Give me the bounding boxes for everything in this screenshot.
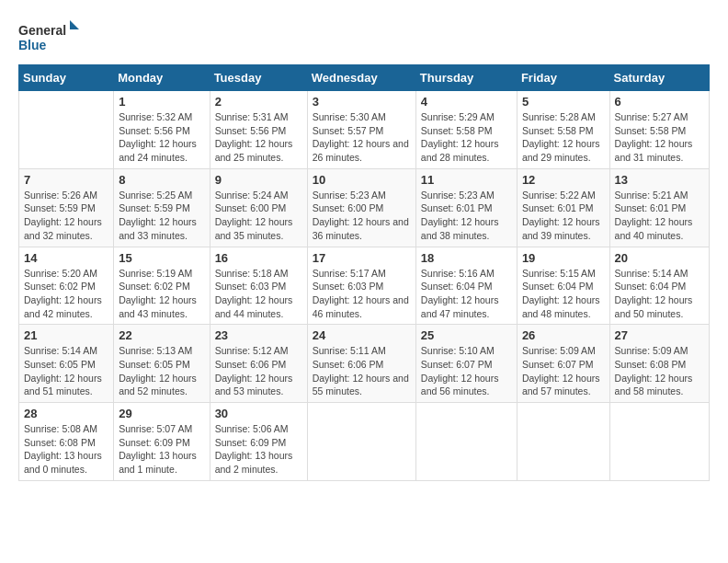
day-number: 29 bbox=[119, 407, 204, 420]
day-number: 21 bbox=[24, 328, 108, 342]
day-info: Sunrise: 5:23 AMSunset: 6:01 PMDaylight:… bbox=[421, 189, 512, 243]
calendar-week-4: 21Sunrise: 5:14 AMSunset: 6:05 PMDayligh… bbox=[19, 325, 710, 403]
day-number: 18 bbox=[421, 251, 512, 265]
day-info: Sunrise: 5:26 AMSunset: 5:59 PMDaylight:… bbox=[24, 189, 108, 243]
day-info: Sunrise: 5:07 AMSunset: 6:09 PMDaylight:… bbox=[119, 422, 204, 477]
calendar-week-1: 1Sunrise: 5:32 AMSunset: 5:56 PMDaylight… bbox=[19, 91, 710, 169]
calendar-week-3: 14Sunrise: 5:20 AMSunset: 6:02 PMDayligh… bbox=[19, 247, 710, 325]
day-number: 7 bbox=[24, 173, 108, 187]
day-info: Sunrise: 5:19 AMSunset: 6:02 PMDaylight:… bbox=[119, 267, 204, 321]
calendar-cell: 6Sunrise: 5:27 AMSunset: 5:58 PMDaylight… bbox=[609, 91, 709, 169]
day-number: 25 bbox=[421, 328, 512, 342]
calendar-cell: 27Sunrise: 5:09 AMSunset: 6:08 PMDayligh… bbox=[609, 325, 709, 403]
day-info: Sunrise: 5:20 AMSunset: 6:02 PMDaylight:… bbox=[24, 267, 108, 321]
calendar-cell: 9Sunrise: 5:24 AMSunset: 6:00 PMDaylight… bbox=[210, 168, 307, 247]
day-number: 13 bbox=[615, 173, 704, 187]
calendar-cell bbox=[517, 403, 609, 481]
calendar-cell: 16Sunrise: 5:18 AMSunset: 6:03 PMDayligh… bbox=[210, 247, 307, 325]
day-number: 16 bbox=[215, 251, 302, 265]
calendar-cell bbox=[415, 403, 517, 481]
day-number: 4 bbox=[421, 95, 512, 109]
day-info: Sunrise: 5:08 AMSunset: 6:08 PMDaylight:… bbox=[24, 422, 108, 477]
day-number: 9 bbox=[215, 173, 302, 187]
calendar-cell: 11Sunrise: 5:23 AMSunset: 6:01 PMDayligh… bbox=[415, 168, 517, 247]
calendar-cell: 26Sunrise: 5:09 AMSunset: 6:07 PMDayligh… bbox=[517, 325, 609, 403]
day-number: 19 bbox=[522, 251, 605, 265]
calendar-cell: 20Sunrise: 5:14 AMSunset: 6:04 PMDayligh… bbox=[609, 247, 709, 325]
day-info: Sunrise: 5:32 AMSunset: 5:56 PMDaylight:… bbox=[119, 110, 204, 165]
calendar-cell: 28Sunrise: 5:08 AMSunset: 6:08 PMDayligh… bbox=[19, 403, 114, 481]
day-info: Sunrise: 5:06 AMSunset: 6:09 PMDaylight:… bbox=[215, 422, 302, 477]
day-number: 5 bbox=[522, 95, 605, 109]
day-number: 26 bbox=[522, 328, 605, 342]
day-number: 14 bbox=[24, 251, 108, 265]
calendar-cell: 23Sunrise: 5:12 AMSunset: 6:06 PMDayligh… bbox=[210, 325, 307, 403]
calendar-cell bbox=[307, 403, 415, 481]
calendar-cell: 7Sunrise: 5:26 AMSunset: 5:59 PMDaylight… bbox=[19, 168, 114, 247]
column-header-saturday: Saturday bbox=[609, 65, 709, 91]
day-info: Sunrise: 5:27 AMSunset: 5:58 PMDaylight:… bbox=[615, 110, 704, 165]
svg-text:General: General bbox=[18, 23, 66, 38]
calendar-cell: 14Sunrise: 5:20 AMSunset: 6:02 PMDayligh… bbox=[19, 247, 114, 325]
day-number: 11 bbox=[421, 173, 512, 187]
calendar-cell: 30Sunrise: 5:06 AMSunset: 6:09 PMDayligh… bbox=[210, 403, 307, 481]
day-info: Sunrise: 5:11 AMSunset: 6:06 PMDaylight:… bbox=[313, 344, 411, 398]
column-header-thursday: Thursday bbox=[415, 65, 517, 91]
day-info: Sunrise: 5:09 AMSunset: 6:07 PMDaylight:… bbox=[522, 344, 605, 398]
day-info: Sunrise: 5:10 AMSunset: 6:07 PMDaylight:… bbox=[421, 344, 512, 398]
day-info: Sunrise: 5:21 AMSunset: 6:01 PMDaylight:… bbox=[615, 189, 704, 243]
calendar-cell: 21Sunrise: 5:14 AMSunset: 6:05 PMDayligh… bbox=[19, 325, 114, 403]
day-info: Sunrise: 5:31 AMSunset: 5:56 PMDaylight:… bbox=[215, 110, 302, 165]
day-info: Sunrise: 5:29 AMSunset: 5:58 PMDaylight:… bbox=[421, 110, 512, 165]
calendar-cell: 1Sunrise: 5:32 AMSunset: 5:56 PMDaylight… bbox=[114, 91, 210, 169]
day-info: Sunrise: 5:23 AMSunset: 6:00 PMDaylight:… bbox=[313, 189, 411, 243]
day-number: 3 bbox=[313, 95, 411, 109]
day-info: Sunrise: 5:12 AMSunset: 6:06 PMDaylight:… bbox=[215, 344, 302, 398]
day-info: Sunrise: 5:09 AMSunset: 6:08 PMDaylight:… bbox=[615, 344, 704, 398]
day-info: Sunrise: 5:18 AMSunset: 6:03 PMDaylight:… bbox=[215, 267, 302, 321]
day-number: 2 bbox=[215, 95, 302, 109]
column-header-friday: Friday bbox=[517, 65, 609, 91]
day-number: 6 bbox=[615, 95, 704, 109]
calendar-cell: 22Sunrise: 5:13 AMSunset: 6:05 PMDayligh… bbox=[114, 325, 210, 403]
day-info: Sunrise: 5:22 AMSunset: 6:01 PMDaylight:… bbox=[522, 189, 605, 243]
page-header: GeneralBlue bbox=[18, 18, 710, 55]
day-number: 23 bbox=[215, 328, 302, 342]
day-info: Sunrise: 5:24 AMSunset: 6:00 PMDaylight:… bbox=[215, 189, 302, 243]
calendar-cell: 5Sunrise: 5:28 AMSunset: 5:58 PMDaylight… bbox=[517, 91, 609, 169]
column-header-wednesday: Wednesday bbox=[307, 65, 415, 91]
calendar-cell: 10Sunrise: 5:23 AMSunset: 6:00 PMDayligh… bbox=[307, 168, 415, 247]
calendar-cell: 13Sunrise: 5:21 AMSunset: 6:01 PMDayligh… bbox=[609, 168, 709, 247]
day-number: 10 bbox=[313, 173, 411, 187]
day-info: Sunrise: 5:28 AMSunset: 5:58 PMDaylight:… bbox=[522, 110, 605, 165]
day-number: 24 bbox=[313, 328, 411, 342]
calendar-cell: 17Sunrise: 5:17 AMSunset: 6:03 PMDayligh… bbox=[307, 247, 415, 325]
calendar-cell: 19Sunrise: 5:15 AMSunset: 6:04 PMDayligh… bbox=[517, 247, 609, 325]
calendar-cell: 15Sunrise: 5:19 AMSunset: 6:02 PMDayligh… bbox=[114, 247, 210, 325]
day-info: Sunrise: 5:30 AMSunset: 5:57 PMDaylight:… bbox=[313, 110, 411, 165]
day-number: 30 bbox=[215, 407, 302, 420]
calendar-cell: 18Sunrise: 5:16 AMSunset: 6:04 PMDayligh… bbox=[415, 247, 517, 325]
calendar-cell: 29Sunrise: 5:07 AMSunset: 6:09 PMDayligh… bbox=[114, 403, 210, 481]
calendar-table: SundayMondayTuesdayWednesdayThursdayFrid… bbox=[18, 64, 710, 481]
calendar-cell bbox=[609, 403, 709, 481]
day-number: 1 bbox=[119, 95, 204, 109]
calendar-cell: 8Sunrise: 5:25 AMSunset: 5:59 PMDaylight… bbox=[114, 168, 210, 247]
calendar-week-5: 28Sunrise: 5:08 AMSunset: 6:08 PMDayligh… bbox=[19, 403, 710, 481]
calendar-cell: 25Sunrise: 5:10 AMSunset: 6:07 PMDayligh… bbox=[415, 325, 517, 403]
column-header-monday: Monday bbox=[114, 65, 210, 91]
calendar-cell: 12Sunrise: 5:22 AMSunset: 6:01 PMDayligh… bbox=[517, 168, 609, 247]
day-info: Sunrise: 5:15 AMSunset: 6:04 PMDaylight:… bbox=[522, 267, 605, 321]
day-number: 27 bbox=[615, 328, 704, 342]
day-info: Sunrise: 5:14 AMSunset: 6:04 PMDaylight:… bbox=[615, 267, 704, 321]
day-info: Sunrise: 5:14 AMSunset: 6:05 PMDaylight:… bbox=[24, 344, 108, 398]
day-number: 17 bbox=[313, 251, 411, 265]
day-number: 15 bbox=[119, 251, 204, 265]
day-number: 20 bbox=[615, 251, 704, 265]
day-number: 12 bbox=[522, 173, 605, 187]
logo-svg: GeneralBlue bbox=[18, 18, 83, 55]
calendar-cell bbox=[19, 91, 114, 169]
day-info: Sunrise: 5:17 AMSunset: 6:03 PMDaylight:… bbox=[313, 267, 411, 321]
day-number: 22 bbox=[119, 328, 204, 342]
day-number: 28 bbox=[24, 407, 108, 420]
